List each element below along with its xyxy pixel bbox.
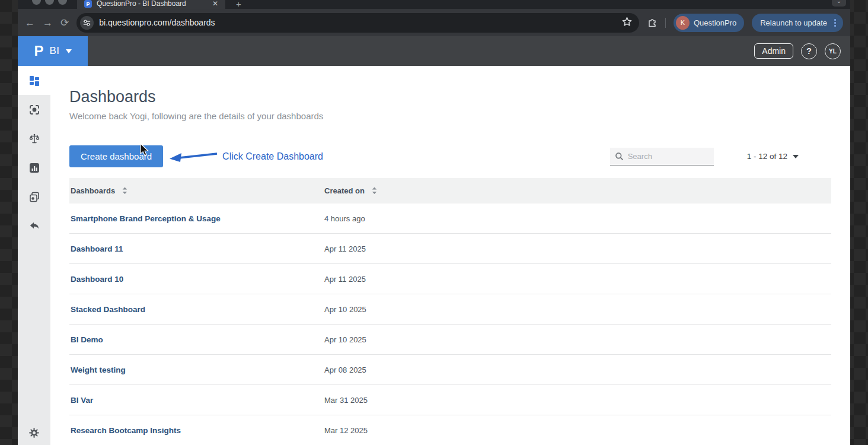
search-input[interactable] [628,152,699,161]
dashboard-name-link[interactable]: BI Var [69,396,324,405]
dashboard-name-link[interactable]: Smartphone Brand Perception & Usage [69,214,324,223]
maximize-window-button[interactable] [58,0,67,5]
sidebar-item-scan[interactable] [18,95,50,124]
browser-profile-chip[interactable]: K QuestionPro [674,14,744,32]
table-row: Dashboard 11Apr 11 2025 [69,234,831,264]
search-box[interactable] [610,148,714,166]
balance-scale-icon [28,133,40,145]
browser-window: P QuestionPro - BI Dashboard ✕ + ⌄ ← → ⟳… [18,0,850,445]
tab-close-icon[interactable]: ✕ [211,0,219,8]
new-tab-button[interactable]: + [236,0,241,9]
page-subtitle: Welcome back Yogi, following are the det… [69,111,831,121]
table-row: BI VarMar 31 2025 [69,385,831,415]
annotation-text: Click Create Dashboard [222,151,323,162]
annotation-arrow-icon [168,150,218,163]
column-header-created-on[interactable]: Created on [324,186,365,195]
reload-icon[interactable]: ⟳ [60,18,69,28]
admin-button[interactable]: Admin [754,43,793,59]
table-row: Smartphone Brand Perception & Usage4 hou… [69,204,831,234]
pagination-caret-icon [793,155,799,158]
dashboard-name-link[interactable]: Dashboard 11 [69,244,324,253]
table-row: Dashboard 10Apr 11 2025 [69,264,831,294]
app-header: P BI Admin ? YL [18,36,850,66]
address-bar[interactable]: bi.questionpro.com/dashboards [76,13,639,33]
pagination-dropdown[interactable]: 1 - 12 of 12 [747,152,799,161]
extensions-puzzle-icon[interactable] [647,16,658,29]
sidebar-item-reports[interactable] [18,182,50,211]
sort-icon[interactable] [372,187,377,195]
dashboard-name-link[interactable]: Research Bootcamp Insights [69,426,324,435]
sidebar-item-back[interactable] [18,211,50,240]
sidebar-item-settings[interactable] [18,418,50,445]
minimize-window-button[interactable] [45,0,54,5]
reply-arrow-icon [28,220,40,231]
tab-strip: P QuestionPro - BI Dashboard ✕ + ⌄ [18,0,850,9]
table-row: Stacked DashboardApr 10 2025 [69,294,831,325]
url-text: bi.questionpro.com/dashboards [99,18,215,27]
dashboard-table-body: Smartphone Brand Perception & Usage4 hou… [69,204,831,445]
help-icon[interactable]: ? [801,43,817,59]
table-row: BI DemoApr 10 2025 [69,325,831,355]
bar-chart-icon [28,162,40,174]
sidebar [18,66,50,445]
questionpro-logo-icon: P [34,44,43,58]
profile-name: QuestionPro [694,18,736,27]
created-on-value: Mar 12 2025 [324,426,831,435]
created-on-value: Apr 11 2025 [324,275,831,284]
profile-avatar: K [676,16,690,30]
mouse-cursor-icon [140,143,150,157]
scan-focus-icon [28,104,40,116]
traffic-lights[interactable] [32,0,67,5]
forward-icon[interactable]: → [43,18,53,28]
dashboard-name-link[interactable]: Dashboard 10 [69,275,324,284]
created-on-value: Apr 10 2025 [324,335,831,344]
user-avatar[interactable]: YL [825,43,841,59]
back-icon[interactable]: ← [25,18,35,28]
dashboard-grid-icon [28,75,40,87]
created-on-value: Apr 11 2025 [324,244,831,253]
browser-toolbar: ← → ⟳ bi.questionpro.com/dashboards K Qu… [18,9,850,36]
created-on-value: 4 hours ago [324,214,831,223]
browser-tab[interactable]: P QuestionPro - BI Dashboard ✕ [77,0,225,9]
toolbar-divider [665,18,666,28]
dashboard-name-link[interactable]: Weight testing [69,365,324,374]
column-header-dashboards[interactable]: Dashboards [71,186,115,195]
relaunch-button[interactable]: Relaunch to update [752,14,843,32]
relaunch-label: Relaunch to update [760,18,827,27]
main-content: Dashboards Welcome back Yogi, following … [50,66,850,445]
product-caret-icon[interactable] [66,49,72,53]
sidebar-item-charts[interactable] [18,153,50,182]
gear-icon [28,427,40,438]
browser-menu-icon[interactable] [832,19,838,27]
product-label: BI [49,45,59,57]
sidebar-item-weighting[interactable] [18,124,50,153]
close-window-button[interactable] [32,0,41,5]
site-settings-icon[interactable] [80,16,94,30]
sort-icon[interactable] [122,187,127,195]
questionpro-bi-logo[interactable]: P BI [18,36,88,66]
created-on-value: Mar 31 2025 [324,396,831,405]
page-title: Dashboards [69,88,831,106]
table-row: Research Bootcamp InsightsMar 12 2025 [69,415,831,445]
dashboard-name-link[interactable]: Stacked Dashboard [69,305,324,314]
chevron-down-icon[interactable]: ⌄ [832,0,846,7]
table-header: Dashboards Created on [69,178,831,204]
created-on-value: Apr 08 2025 [324,365,831,374]
bookmark-star-icon[interactable] [622,17,632,29]
created-on-value: Apr 10 2025 [324,305,831,314]
dashboard-name-link[interactable]: BI Demo [69,335,324,344]
sidebar-item-dashboards[interactable] [18,66,50,95]
tab-title: QuestionPro - BI Dashboard [97,0,206,8]
search-icon [615,152,624,161]
table-row: Weight testingApr 08 2025 [69,355,831,385]
favicon-icon: P [84,0,92,8]
pagination-label: 1 - 12 of 12 [747,152,787,161]
dashboards-table: Dashboards Created on Smartphone Brand P… [69,178,831,445]
report-media-icon [28,191,40,203]
